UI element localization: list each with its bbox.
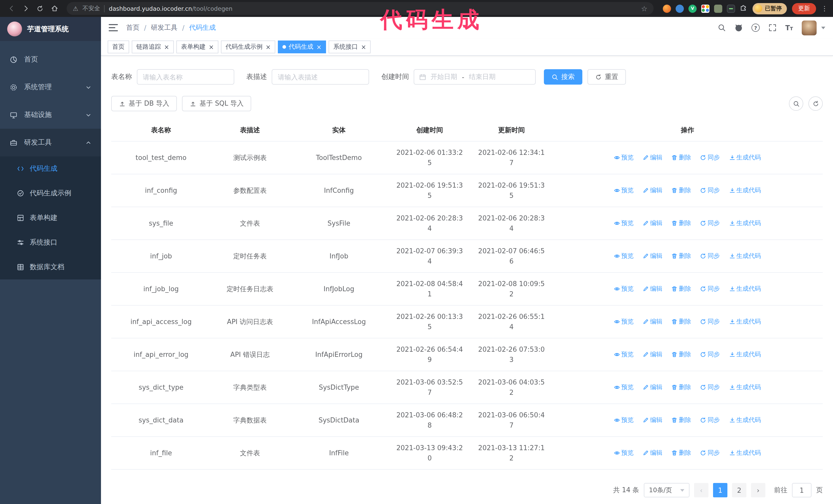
extensions-puzzle-icon[interactable] bbox=[740, 4, 747, 13]
extension-icon-olive[interactable] bbox=[714, 4, 722, 13]
date-range-picker[interactable]: 开始日期 - 结束日期 bbox=[414, 69, 536, 85]
edit-link[interactable]: 编辑 bbox=[643, 449, 662, 457]
sync-link[interactable]: 同步 bbox=[700, 416, 720, 425]
reload-icon[interactable] bbox=[34, 2, 46, 15]
close-tab-icon[interactable]: × bbox=[209, 44, 214, 50]
sidebar-item-db-doc[interactable]: 数据库文档 bbox=[0, 255, 101, 280]
edit-link[interactable]: 编辑 bbox=[643, 285, 662, 293]
generate-code-link[interactable]: 生成代码 bbox=[729, 416, 761, 425]
sidebar-item-home[interactable]: 首页 bbox=[0, 46, 101, 73]
import-sql-button[interactable]: 基于 SQL 导入 bbox=[182, 96, 251, 111]
preview-link[interactable]: 预览 bbox=[614, 416, 634, 425]
edit-link[interactable]: 编辑 bbox=[643, 252, 662, 261]
preview-link[interactable]: 预览 bbox=[614, 153, 634, 162]
preview-link[interactable]: 预览 bbox=[614, 383, 634, 392]
sync-link[interactable]: 同步 bbox=[700, 219, 720, 227]
sidebar-item-codegen-example[interactable]: 代码生成示例 bbox=[0, 181, 101, 206]
preview-link[interactable]: 预览 bbox=[614, 350, 634, 359]
back-icon[interactable] bbox=[5, 2, 18, 15]
search-button[interactable]: 搜索 bbox=[544, 69, 582, 85]
edit-link[interactable]: 编辑 bbox=[643, 416, 662, 425]
fullscreen-icon[interactable] bbox=[768, 24, 777, 32]
preview-link[interactable]: 预览 bbox=[614, 186, 634, 195]
extension-icon-dark[interactable] bbox=[727, 4, 735, 13]
sync-link[interactable]: 同步 bbox=[700, 186, 720, 195]
refresh-table-button[interactable] bbox=[808, 96, 823, 111]
sync-link[interactable]: 同步 bbox=[700, 252, 720, 261]
close-tab-icon[interactable]: × bbox=[361, 44, 366, 50]
generate-code-link[interactable]: 生成代码 bbox=[729, 153, 761, 162]
sync-link[interactable]: 同步 bbox=[700, 317, 720, 326]
profile-paused-chip[interactable]: 已暂停 bbox=[753, 3, 787, 14]
close-tab-icon[interactable]: × bbox=[164, 44, 169, 50]
edit-link[interactable]: 编辑 bbox=[643, 219, 662, 227]
page-size-select[interactable]: 10条/页 bbox=[644, 483, 689, 497]
home-icon[interactable] bbox=[48, 2, 61, 15]
preview-link[interactable]: 预览 bbox=[614, 252, 634, 261]
help-icon[interactable]: ? bbox=[752, 24, 760, 32]
edit-link[interactable]: 编辑 bbox=[643, 383, 662, 392]
extension-icon-green[interactable]: V bbox=[688, 4, 697, 13]
avatar[interactable] bbox=[802, 20, 816, 35]
edit-link[interactable]: 编辑 bbox=[643, 317, 662, 326]
sync-link[interactable]: 同步 bbox=[700, 383, 720, 392]
prev-page-button[interactable]: ‹ bbox=[694, 483, 709, 497]
table-desc-input[interactable] bbox=[272, 69, 369, 85]
chrome-menu-icon[interactable]: ⋮ bbox=[821, 5, 828, 12]
forward-icon[interactable] bbox=[20, 2, 32, 15]
delete-link[interactable]: 删除 bbox=[672, 350, 691, 359]
sidebar-item-system[interactable]: 系统管理 bbox=[0, 73, 101, 101]
tab-codegen[interactable]: 代码生成× bbox=[278, 41, 326, 53]
sync-link[interactable]: 同步 bbox=[700, 449, 720, 457]
delete-link[interactable]: 删除 bbox=[672, 219, 691, 227]
generate-code-link[interactable]: 生成代码 bbox=[729, 383, 761, 392]
generate-code-link[interactable]: 生成代码 bbox=[729, 252, 761, 261]
generate-code-link[interactable]: 生成代码 bbox=[729, 317, 761, 326]
delete-link[interactable]: 删除 bbox=[672, 449, 691, 457]
delete-link[interactable]: 删除 bbox=[672, 285, 691, 293]
delete-link[interactable]: 删除 bbox=[672, 186, 691, 195]
reset-button[interactable]: 重置 bbox=[588, 69, 626, 85]
extension-icon-people[interactable] bbox=[701, 4, 710, 13]
preview-link[interactable]: 预览 bbox=[614, 449, 634, 457]
chrome-update-button[interactable]: 更新 bbox=[792, 3, 816, 14]
breadcrumb-devtools[interactable]: 研发工具 bbox=[151, 23, 177, 32]
tab-home[interactable]: 首页 bbox=[108, 41, 129, 53]
edit-link[interactable]: 编辑 bbox=[643, 350, 662, 359]
generate-code-link[interactable]: 生成代码 bbox=[729, 219, 761, 227]
page-button-2[interactable]: 2 bbox=[732, 483, 746, 497]
close-tab-icon[interactable]: × bbox=[316, 44, 322, 50]
delete-link[interactable]: 删除 bbox=[672, 383, 691, 392]
delete-link[interactable]: 删除 bbox=[672, 153, 691, 162]
generate-code-link[interactable]: 生成代码 bbox=[729, 449, 761, 457]
avatar-caret-icon[interactable] bbox=[821, 26, 825, 29]
goto-page-input[interactable] bbox=[792, 483, 811, 497]
extension-icon-orange[interactable] bbox=[663, 4, 671, 13]
preview-link[interactable]: 预览 bbox=[614, 285, 634, 293]
generate-code-link[interactable]: 生成代码 bbox=[729, 350, 761, 359]
breadcrumb-home[interactable]: 首页 bbox=[126, 23, 139, 32]
bookmark-star-icon[interactable]: ☆ bbox=[641, 4, 647, 13]
generate-code-link[interactable]: 生成代码 bbox=[729, 285, 761, 293]
sidebar-item-form-builder[interactable]: 表单构建 bbox=[0, 206, 101, 230]
sidebar-item-infra[interactable]: 基础设施 bbox=[0, 101, 101, 129]
tab-system-api[interactable]: 系统接口× bbox=[329, 41, 371, 53]
extension-icon-blue[interactable] bbox=[675, 4, 684, 13]
edit-link[interactable]: 编辑 bbox=[643, 186, 662, 195]
edit-link[interactable]: 编辑 bbox=[643, 153, 662, 162]
tab-codegen-example[interactable]: 代码生成示例× bbox=[221, 41, 275, 53]
tab-form-builder[interactable]: 表单构建× bbox=[176, 41, 218, 53]
generate-code-link[interactable]: 生成代码 bbox=[729, 186, 761, 195]
github-icon[interactable] bbox=[735, 24, 743, 32]
preview-link[interactable]: 预览 bbox=[614, 317, 634, 326]
tab-trace[interactable]: 链路追踪× bbox=[132, 41, 174, 53]
search-icon[interactable] bbox=[718, 24, 726, 32]
table-name-input[interactable] bbox=[137, 69, 234, 85]
page-button-1[interactable]: 1 bbox=[713, 483, 728, 497]
font-size-icon[interactable]: TT bbox=[785, 24, 793, 31]
sidebar-item-system-api[interactable]: 系统接口 bbox=[0, 230, 101, 255]
next-page-button[interactable]: › bbox=[751, 483, 765, 497]
import-db-button[interactable]: 基于 DB 导入 bbox=[111, 96, 177, 111]
sync-link[interactable]: 同步 bbox=[700, 350, 720, 359]
delete-link[interactable]: 删除 bbox=[672, 416, 691, 425]
